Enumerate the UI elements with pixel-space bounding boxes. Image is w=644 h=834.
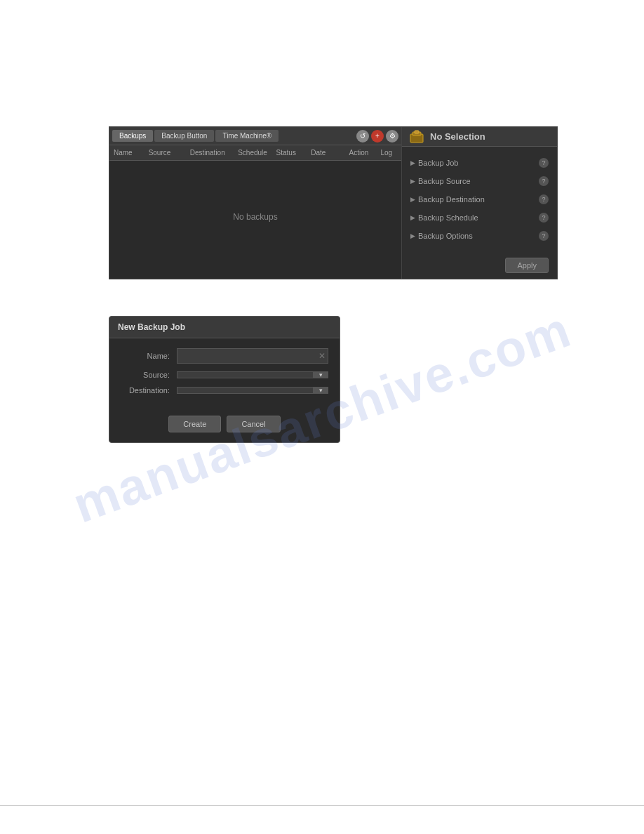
source-select[interactable]: [177, 371, 328, 378]
dialog-body: Name: ✕ Source: ▾ Destination: ▾: [109, 338, 340, 411]
help-icon-4[interactable]: ?: [539, 231, 549, 241]
name-label: Name:: [121, 352, 177, 360]
svg-rect-2: [415, 131, 419, 133]
dialog-overlay: New Backup Job Name: ✕ Source: ▾: [109, 316, 340, 443]
arrow-icon-3: ▶: [410, 214, 415, 221]
info-item-backup-source[interactable]: ▶ Backup Source ?: [402, 172, 557, 190]
help-icon-0[interactable]: ?: [539, 158, 549, 168]
settings-icon[interactable]: ⚙: [386, 130, 398, 143]
arrow-icon-1: ▶: [410, 178, 415, 185]
info-item-backup-options[interactable]: ▶ Backup Options ?: [402, 227, 557, 245]
tab-time-machine[interactable]: Time Machine®: [215, 130, 279, 142]
new-backup-job-dialog: New Backup Job Name: ✕ Source: ▾: [109, 316, 340, 443]
info-item-label-2: Backup Destination: [418, 195, 539, 204]
no-backups-text: No backups: [233, 212, 277, 222]
col-name: Name: [109, 149, 145, 157]
col-log: Log: [376, 149, 401, 157]
box-icon: [409, 130, 424, 144]
col-source: Source: [145, 149, 186, 157]
info-item-label-0: Backup Job: [418, 159, 539, 167]
name-input[interactable]: [177, 348, 328, 364]
info-item-backup-destination[interactable]: ▶ Backup Destination ?: [402, 190, 557, 208]
arrow-icon-4: ▶: [410, 232, 415, 239]
destination-select[interactable]: [177, 387, 328, 394]
source-select-wrap: ▾: [177, 371, 328, 378]
help-icon-2[interactable]: ?: [539, 194, 549, 204]
info-panel: No Selection ▶ Backup Job ? ▶ Backup Sou…: [402, 126, 558, 279]
dialog-title: New Backup Job: [109, 317, 340, 338]
backups-panel: Backups Backup Button Time Machine® ↺ + …: [109, 126, 402, 279]
apply-btn-container: Apply: [402, 252, 557, 279]
info-items: ▶ Backup Job ? ▶ Backup Source ? ▶ Backu…: [402, 147, 557, 252]
info-item-backup-schedule[interactable]: ▶ Backup Schedule ?: [402, 208, 557, 227]
destination-dropdown-arrow[interactable]: ▾: [313, 387, 328, 394]
add-icon[interactable]: +: [371, 130, 384, 143]
arrow-icon-0: ▶: [410, 159, 415, 166]
tab-backup-button[interactable]: Backup Button: [154, 130, 214, 142]
table-header: Name Source Destination Schedule Status …: [109, 145, 401, 161]
info-item-backup-job[interactable]: ▶ Backup Job ?: [402, 154, 557, 172]
cancel-button[interactable]: Cancel: [227, 416, 280, 432]
help-icon-1[interactable]: ?: [539, 176, 549, 186]
refresh-icon[interactable]: ↺: [356, 130, 369, 143]
tab-group: Backups Backup Button Time Machine®: [112, 130, 279, 142]
no-selection-title: No Selection: [430, 131, 485, 142]
col-action: Action: [345, 149, 377, 157]
arrow-icon-2: ▶: [410, 196, 415, 203]
bottom-divider: [0, 805, 644, 806]
info-item-label-1: Backup Source: [418, 177, 539, 185]
destination-select-wrap: ▾: [177, 387, 328, 394]
source-dropdown-arrow[interactable]: ▾: [313, 371, 328, 378]
source-label: Source:: [121, 371, 177, 379]
app-container: Backups Backup Button Time Machine® ↺ + …: [109, 126, 565, 279]
help-icon-3[interactable]: ?: [539, 213, 549, 223]
tab-icons: ↺ + ⚙: [356, 130, 398, 143]
apply-button[interactable]: Apply: [505, 258, 549, 273]
info-item-label-4: Backup Options: [418, 232, 539, 240]
name-clear-icon[interactable]: ✕: [318, 351, 326, 361]
dialog-footer: Create Cancel: [109, 411, 340, 442]
name-input-wrap: ✕: [177, 348, 328, 364]
info-item-label-3: Backup Schedule: [418, 213, 539, 222]
create-button[interactable]: Create: [168, 416, 221, 432]
col-status: Status: [272, 149, 307, 157]
form-row-destination: Destination: ▾: [121, 386, 328, 395]
info-panel-header: No Selection: [402, 127, 557, 147]
tab-backups[interactable]: Backups: [112, 130, 153, 142]
col-schedule: Schedule: [234, 149, 271, 157]
col-date: Date: [307, 149, 344, 157]
tab-bar: Backups Backup Button Time Machine® ↺ + …: [109, 127, 401, 145]
form-row-name: Name: ✕: [121, 348, 328, 364]
col-destination: Destination: [186, 149, 234, 157]
table-body: No backups: [109, 161, 401, 273]
form-row-source: Source: ▾: [121, 371, 328, 379]
destination-label: Destination:: [121, 386, 177, 395]
